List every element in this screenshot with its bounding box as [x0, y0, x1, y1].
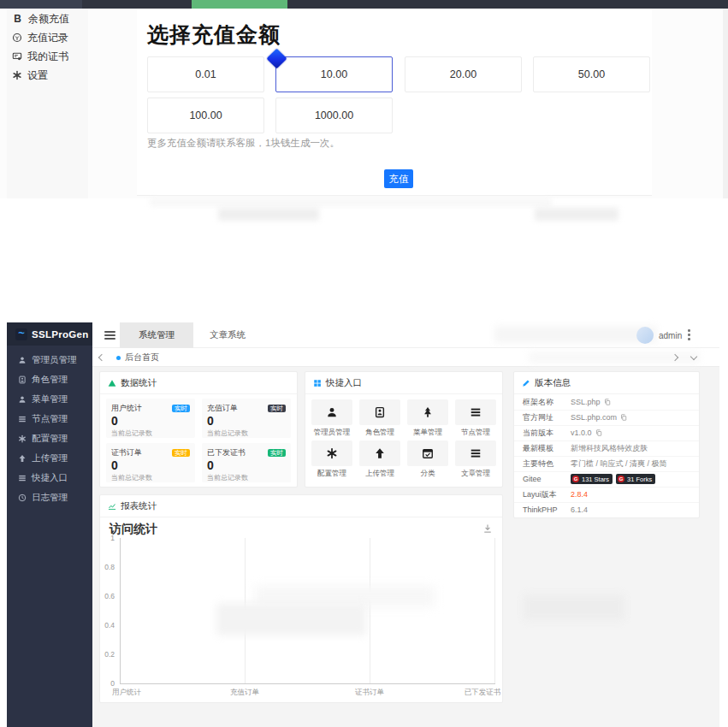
node-list-icon	[470, 406, 482, 418]
page-root: B 余额充值 充值记录 我的证书 设置 选择充值金额 0.01 10.00 20…	[0, 0, 728, 727]
panel-title: 数据统计	[121, 377, 157, 389]
log-clock-icon	[18, 494, 27, 502]
sidebar-item-label: 节点管理	[32, 413, 68, 425]
breadcrumb-tab-home[interactable]: 后台首页	[108, 348, 168, 367]
row-value: 2.8.4	[571, 490, 588, 499]
amount-option-100.00[interactable]: 100.00	[147, 98, 264, 133]
gitee-forks-badge[interactable]: G31 Forks	[616, 474, 655, 484]
sidebar-item-upload-management[interactable]: 上传管理	[7, 449, 92, 468]
amount-option-1000.00[interactable]: 1000.00	[275, 98, 393, 133]
sidebar-item-label: 余额充值	[28, 12, 69, 27]
quick-entry-menu-management[interactable]	[407, 399, 448, 425]
sidebar-item-node-management[interactable]: 节点管理	[7, 410, 92, 429]
chevron-left-icon[interactable]	[98, 354, 105, 361]
username-label[interactable]: admin	[659, 331, 682, 340]
chart-download-icon[interactable]	[482, 523, 493, 534]
quick-entry-node-management[interactable]	[455, 399, 496, 425]
recharge-button[interactable]: 充值	[384, 169, 413, 188]
sidebar-item-role-management[interactable]: 角色管理	[7, 370, 92, 389]
quick-entry-upload-management[interactable]	[359, 440, 400, 466]
row-label: 官方网址	[514, 412, 571, 423]
copy-icon[interactable]	[620, 414, 627, 421]
recharge-record-icon	[12, 33, 22, 43]
sidebar-item-admin-management[interactable]: 管理员管理	[7, 351, 92, 369]
topbar-active-tab-indicator[interactable]	[192, 0, 287, 9]
gridline	[494, 538, 495, 683]
scrollbar-track[interactable]	[723, 9, 728, 198]
certificate-icon	[12, 51, 22, 62]
version-row-official-site: 官方网址 SSL.php.com	[514, 410, 699, 426]
badge-label: 31 Forks	[627, 476, 652, 483]
sidebar-item-menu-management[interactable]: 菜单管理	[7, 390, 92, 409]
sidebar-item-label: 快捷入口	[32, 472, 68, 484]
stat-value: 0	[111, 414, 190, 429]
quick-entry-grid-icon	[313, 379, 322, 387]
amount-option-0.01[interactable]: 0.01	[147, 56, 264, 92]
row-value: SSL.php.com	[571, 413, 617, 422]
stat-label: 用户统计	[111, 403, 142, 414]
quick-entry-article-management[interactable]	[455, 440, 496, 466]
admin-user-icon	[18, 356, 27, 364]
quick-entry-role-management[interactable]	[359, 399, 400, 425]
panel-title: 快捷入口	[326, 377, 362, 389]
sidebar-item-quick-entry[interactable]: 快捷入口	[7, 469, 92, 488]
y-tick-label: 0.2	[96, 650, 115, 659]
copy-icon[interactable]	[604, 399, 611, 405]
version-row-gitee: Gitee G131 Stars G31 Forks	[514, 471, 699, 488]
row-label: ThinkPHP	[514, 505, 571, 514]
brand-logo[interactable]: ~ SSLProGen	[7, 322, 92, 346]
quick-entry-label: 上传管理	[359, 469, 400, 479]
quick-entry-label: 管理员管理	[311, 428, 352, 438]
statistics-triangle-icon	[108, 379, 116, 387]
stat-card-issued-certificates: 已下发证书 实时 0 当前总记录数	[202, 443, 291, 482]
hamburger-menu-icon[interactable]	[104, 331, 115, 340]
status-badge: 实时	[268, 449, 286, 458]
user-avatar[interactable]	[636, 327, 654, 344]
tab-article-system[interactable]: 文章系统	[193, 322, 262, 348]
settings-gear-icon	[12, 70, 22, 80]
stat-subtext: 当前总记录数	[111, 473, 190, 482]
page-title: 选择充值金额	[147, 21, 281, 49]
status-badge: 实时	[268, 405, 286, 413]
amount-option-20.00[interactable]: 20.00	[405, 56, 522, 92]
sidebar-item-log-management[interactable]: 日志管理	[7, 488, 92, 507]
copy-icon[interactable]	[595, 429, 602, 436]
row-label: 当前版本	[514, 428, 571, 439]
sidebar-item-label: 日志管理	[32, 492, 68, 504]
amount-option-50.00[interactable]: 50.00	[533, 56, 650, 92]
badge-label: 131 Stars	[582, 476, 609, 483]
version-info-panel: 版本信息 框架名称 SSL.php 官方网址 SSL.php.com 当前版本 …	[513, 371, 700, 518]
y-tick-label: 0.6	[96, 592, 115, 600]
panel-header: 版本信息	[514, 372, 699, 394]
gridline	[370, 538, 370, 683]
gitee-stars-badge[interactable]: G131 Stars	[571, 474, 613, 484]
chevron-right-icon[interactable]	[672, 354, 678, 361]
sidebar-item-label: 充值记录	[27, 31, 68, 45]
chevron-down-icon[interactable]	[690, 353, 697, 360]
amount-option-10.00-selected[interactable]: 10.00	[275, 56, 393, 92]
blur-watermark	[218, 208, 319, 221]
recharge-note-text: 更多充值金额请联系客服，1块钱生成一次。	[147, 137, 340, 150]
report-statistics-panel: 报表统计	[99, 494, 503, 703]
sidebar-item-settings[interactable]: 设置	[12, 68, 48, 83]
sidebar-item-my-certificates[interactable]: 我的证书	[12, 49, 68, 64]
sidebar-item-config-management[interactable]: 配置管理	[7, 429, 92, 448]
more-menu-icon[interactable]	[688, 329, 690, 342]
quick-entry-config-management[interactable]	[311, 440, 352, 466]
stat-subtext: 当前总记录数	[111, 429, 190, 438]
x-category-label: 证书订单	[355, 688, 384, 698]
stat-value: 0	[207, 458, 286, 473]
quick-entry-admin-management[interactable]	[311, 399, 352, 425]
quick-entry-category[interactable]	[407, 440, 448, 466]
stat-value: 0	[207, 414, 286, 429]
admin-top-navbar: 系统管理 文章系统 admin	[92, 322, 719, 348]
top-navigation-bar	[0, 0, 728, 9]
upload-arrow-icon	[374, 447, 386, 459]
sidebar-item-recharge-records[interactable]: 充值记录	[12, 30, 68, 45]
row-value: 6.1.4	[571, 505, 588, 514]
y-tick-label: 0	[96, 679, 115, 688]
tab-system-management[interactable]: 系统管理	[120, 322, 193, 348]
version-pencil-icon	[522, 379, 530, 387]
shortcut-list-icon	[18, 474, 27, 482]
sidebar-item-balance-recharge[interactable]: B 余额充值	[12, 11, 69, 27]
